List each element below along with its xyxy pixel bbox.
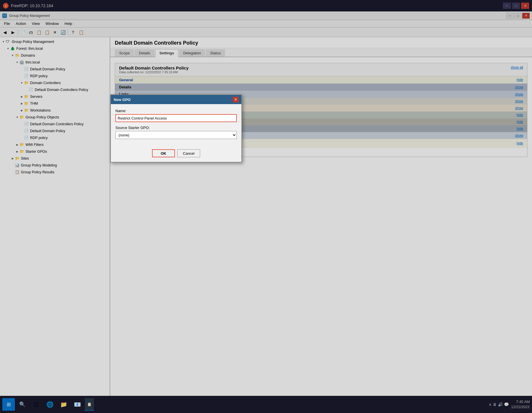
dialog-title-text: New GPO	[114, 98, 131, 102]
dialog-buttons: OK Cancel	[111, 147, 241, 162]
dialog-overlay: New GPO ✕ Name: Source Starter GPO: (non…	[0, 0, 532, 413]
dialog-source-label: Source Starter GPO:	[115, 126, 237, 130]
dialog-name-label: Name:	[115, 109, 237, 113]
dialog-name-input[interactable]	[115, 114, 237, 122]
dialog-name-field: Name:	[115, 109, 237, 122]
dialog-title-bar: New GPO ✕	[111, 95, 241, 104]
dialog-source-field: Source Starter GPO: (none)	[115, 126, 237, 139]
dialog-cancel-btn[interactable]: Cancel	[177, 149, 200, 157]
dialog-close-btn[interactable]: ✕	[233, 97, 239, 102]
dialog-source-select[interactable]: (none)	[115, 131, 237, 139]
dialog-body: Name: Source Starter GPO: (none)	[111, 104, 241, 147]
new-gpo-dialog: New GPO ✕ Name: Source Starter GPO: (non…	[110, 94, 242, 162]
dialog-ok-btn[interactable]: OK	[152, 149, 175, 157]
